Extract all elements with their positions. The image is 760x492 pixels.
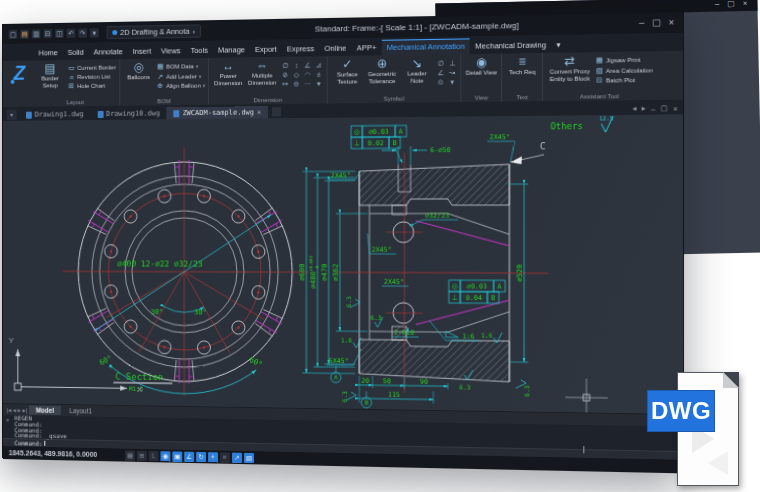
tab-mechanical-annotation[interactable]: Mechanical Annotation: [382, 38, 470, 55]
tab-solid[interactable]: Solid: [63, 46, 89, 60]
next-tab-icon[interactable]: ▸: [18, 406, 21, 413]
revision-list-button[interactable]: ≡ Revision List: [68, 73, 116, 81]
batch-plot-button[interactable]: ⊟ Batch Plot: [595, 76, 653, 85]
tab-online[interactable]: Online: [319, 41, 351, 56]
workspace-switcher[interactable]: 2D Drafting & Annota ▾: [107, 24, 202, 39]
preview-icon[interactable]: ◫: [55, 29, 64, 38]
hole-chart-button[interactable]: ⊞ Hole Chart: [68, 82, 116, 91]
tab-mechanical-drawing[interactable]: Mechanical Drawing: [470, 38, 551, 54]
bom-data-button[interactable]: ▦ BOM Data▾: [156, 62, 205, 71]
tab-model[interactable]: Model: [29, 405, 61, 415]
tab-annotate[interactable]: Annotate: [89, 45, 128, 60]
prev-tab-icon[interactable]: ◂: [13, 406, 16, 413]
taper-dim-icon[interactable]: ⊿: [314, 60, 324, 69]
geometric-tolerance-button[interactable]: ⊕ Geometric Tolerance: [366, 57, 399, 84]
vertical-dim-icon[interactable]: ↕: [291, 61, 301, 70]
multiple-dimension-button[interactable]: ⇔ Multiple Dimension: [246, 59, 278, 86]
doc-minimize-icon[interactable]: –: [651, 105, 655, 112]
tab-manage[interactable]: Manage: [213, 43, 250, 58]
model-space-toggle-icon[interactable]: ▧: [244, 452, 254, 462]
grid-toggle-icon[interactable]: ▦: [125, 450, 135, 460]
doc-restore-icon[interactable]: ▢: [661, 104, 668, 113]
balloons-button[interactable]: ◎ Balloons: [123, 61, 154, 81]
new-file-icon[interactable]: ▢: [9, 30, 18, 39]
undo-icon[interactable]: ↶: [67, 29, 76, 38]
tab-menu-icon[interactable]: ▾: [7, 110, 17, 120]
tab-insert[interactable]: Insert: [128, 44, 156, 59]
diameter-dim-icon[interactable]: ∅: [280, 61, 290, 70]
first-tab-icon[interactable]: |◂: [7, 406, 11, 413]
center-mark-icon[interactable]: ⊙: [436, 77, 446, 86]
chevron-down-icon[interactable]: ▾: [447, 77, 457, 86]
slash-dim-icon[interactable]: ⊘: [280, 70, 290, 79]
close-button[interactable]: ×: [669, 18, 675, 28]
dimension-tool-grid: ∅ ↕ ∠ ⊿ ⊘ ◇ ◠ ± ↦ ⊖ ⋯ ▾: [280, 58, 323, 88]
close-icon[interactable]: ×: [6, 416, 9, 423]
tab-scroll-right-icon[interactable]: ▸: [642, 104, 646, 113]
toolbar-dropdown-icon[interactable]: ▾: [90, 28, 99, 37]
doc-close-icon[interactable]: ×: [673, 104, 677, 111]
detail-view-button[interactable]: ◉ Detail View: [465, 56, 498, 77]
align-balloon-button[interactable]: ⊕ Align Balloon▾: [156, 81, 205, 90]
tab-layout1[interactable]: Layout1: [63, 406, 99, 416]
redo-icon[interactable]: ↷: [78, 28, 87, 37]
restore-button[interactable]: ▢: [652, 18, 661, 28]
diamond-dim-icon[interactable]: ◇: [291, 70, 301, 79]
minimize-button[interactable]: –: [639, 19, 644, 29]
angular-dim-icon[interactable]: ∠: [303, 60, 313, 69]
leader-note-button[interactable]: ↘ Leader Note: [401, 57, 434, 84]
tab-scroll-left-icon[interactable]: ◂: [633, 104, 637, 112]
perpendicular-icon[interactable]: ⊥: [447, 58, 457, 68]
new-document-icon[interactable]: [272, 107, 281, 116]
doc-tab-drawing10[interactable]: Drawing10.dwg: [90, 107, 166, 120]
last-tab-icon[interactable]: ▸|: [23, 406, 27, 413]
drawing-canvas[interactable]: ∅400 12-∅22 ∅32/23 30° 30° 60° 60° C Sec…: [3, 114, 683, 413]
lwt-toggle-icon[interactable]: ≡: [220, 452, 230, 462]
ducs-toggle-icon[interactable]: ↻: [196, 451, 206, 461]
current-border-button[interactable]: ▭ Current Border: [68, 63, 116, 72]
restore-icon[interactable]: ▢: [727, 0, 735, 8]
ribbon-collapse-icon[interactable]: ▾: [551, 38, 566, 53]
tab-export[interactable]: Export: [250, 42, 282, 57]
border-setup-button[interactable]: ▤ Border Setup: [35, 62, 66, 89]
add-leader-button[interactable]: ↗ Add Leader▾: [156, 72, 205, 81]
minimize-icon[interactable]: –: [715, 0, 720, 8]
chevron-down-icon[interactable]: ▾: [314, 79, 324, 88]
tab-tools[interactable]: Tools: [186, 44, 213, 59]
datum-icon[interactable]: ∅: [436, 58, 446, 68]
doc-tab-drawing1[interactable]: Drawing1.dwg: [19, 108, 90, 121]
print-icon[interactable]: ⊟: [43, 29, 52, 38]
document-icon: [26, 111, 32, 118]
power-dimension-button[interactable]: ↔ Power Dimension: [212, 59, 244, 86]
more-dim-icon[interactable]: ⋯: [303, 79, 313, 88]
arc-dim-icon[interactable]: ◠: [303, 70, 313, 79]
tab-express[interactable]: Express: [282, 42, 320, 57]
power-dimension-icon: ↔: [222, 60, 234, 73]
close-tab-icon[interactable]: ×: [257, 108, 261, 116]
tech-req-button[interactable]: ≡ Tech Req: [505, 55, 539, 76]
weld-symbol-icon[interactable]: ↝: [447, 68, 457, 78]
jigsaw-print-button[interactable]: ▦ Jigsaw Print: [595, 55, 653, 64]
doc-tab-zwcadm-sample[interactable]: ZWCADM-sample.dwg ×: [167, 106, 269, 119]
otrack-toggle-icon[interactable]: ∠: [184, 451, 194, 461]
angle-symbol-icon[interactable]: ∠: [436, 68, 446, 77]
save-icon[interactable]: ▥: [32, 29, 41, 38]
osnap-toggle-icon[interactable]: ▣: [172, 451, 182, 461]
ordinate-dim-icon[interactable]: ⊖: [291, 79, 301, 88]
tab-home[interactable]: Home: [34, 46, 63, 61]
close-icon[interactable]: ×: [743, 0, 748, 8]
polar-toggle-icon[interactable]: ◉: [160, 451, 170, 461]
open-file-icon[interactable]: ▤: [20, 30, 29, 39]
snap-toggle-icon[interactable]: ⊞: [137, 450, 147, 460]
tab-app-plus[interactable]: APP+: [352, 41, 382, 56]
cycle-toggle-icon[interactable]: ↗: [232, 452, 242, 462]
dyn-toggle-icon[interactable]: +: [208, 452, 218, 462]
ortho-toggle-icon[interactable]: L: [149, 450, 159, 460]
surface-texture-button[interactable]: ✓ Surface Texture: [331, 58, 364, 85]
area-calculation-button[interactable]: ▧ Area Calculation: [595, 66, 653, 75]
tolerance-dim-icon[interactable]: ±: [314, 70, 324, 79]
convert-proxy-button[interactable]: ⇄ Convert Proxy Entity to Block: [546, 54, 593, 82]
current-border-icon: ▭: [68, 64, 76, 72]
tab-views[interactable]: Views: [156, 44, 186, 59]
baseline-dim-icon[interactable]: ↦: [280, 79, 290, 88]
